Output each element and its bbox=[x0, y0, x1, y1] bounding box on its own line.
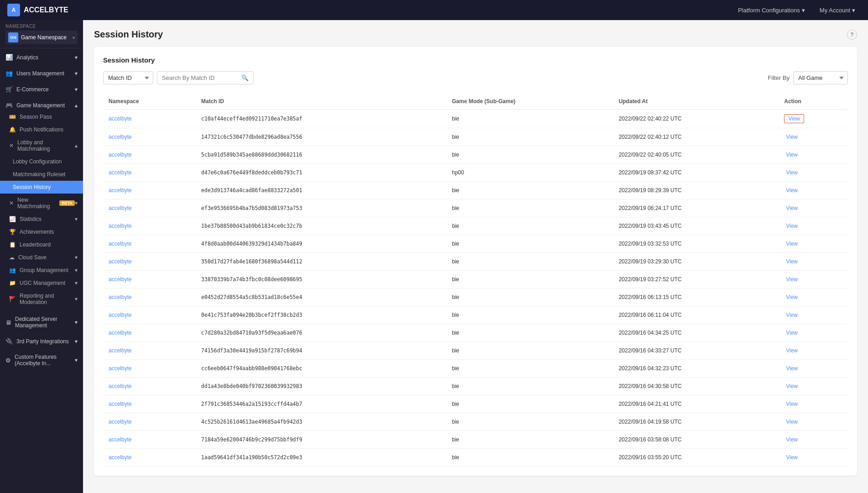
namespace-link[interactable]: accelbyte bbox=[109, 223, 132, 229]
view-button[interactable]: View bbox=[784, 114, 804, 123]
cell-game-mode: bie bbox=[447, 449, 613, 467]
namespace-link[interactable]: accelbyte bbox=[109, 365, 132, 372]
sidebar-item-leaderboard[interactable]: 📋 Leaderboard bbox=[0, 238, 83, 251]
view-button[interactable]: View bbox=[784, 453, 800, 462]
sidebar-item-users-management[interactable]: 👥 Users Management ▾ bbox=[0, 66, 83, 79]
sidebar-item-session-history[interactable]: Session History bbox=[0, 181, 83, 194]
namespace-link[interactable]: accelbyte bbox=[109, 134, 132, 140]
platform-configurations-button[interactable]: Platform Configurations ▾ bbox=[733, 4, 811, 16]
view-button[interactable]: View bbox=[784, 346, 800, 355]
search-icon: 🔍 bbox=[241, 74, 249, 81]
sidebar-item-dedicated-server[interactable]: 🖥 Dedicated Server Management ▾ bbox=[0, 312, 83, 330]
view-button[interactable]: View bbox=[784, 168, 800, 177]
search-type-select[interactable]: Match ID bbox=[103, 71, 153, 84]
view-button[interactable]: View bbox=[784, 240, 800, 248]
view-button[interactable]: View bbox=[784, 400, 800, 408]
view-button[interactable]: View bbox=[784, 133, 800, 141]
logo-icon: A bbox=[7, 4, 20, 16]
sidebar-item-group-management[interactable]: 👥 Group Management ▾ bbox=[0, 264, 83, 277]
namespace-link[interactable]: accelbyte bbox=[109, 401, 132, 407]
ecommerce-icon: 🛒 bbox=[5, 86, 13, 93]
sidebar-section-game-management: 🎮 Game Management ▴ 🎫 Season Pass 🔔 Push… bbox=[0, 96, 83, 310]
view-button[interactable]: View bbox=[784, 435, 800, 444]
sidebar-item-ugc-management[interactable]: 📁 UGC Management ▾ bbox=[0, 277, 83, 289]
sidebar-section-ecommerce: 🛒 E-Commerce ▾ bbox=[0, 80, 83, 96]
game-filter-select[interactable]: All Game bbox=[793, 71, 848, 84]
namespace-link[interactable]: accelbyte bbox=[109, 419, 132, 425]
cell-game-mode: bie bbox=[447, 217, 613, 235]
namespace-link[interactable]: accelbyte bbox=[109, 241, 132, 247]
sidebar-label-leaderboard: Leaderboard bbox=[20, 241, 51, 248]
view-button[interactable]: View bbox=[784, 204, 800, 212]
namespace-link[interactable]: accelbyte bbox=[109, 152, 132, 158]
cell-namespace: accelbyte bbox=[103, 199, 196, 217]
view-button[interactable]: View bbox=[784, 364, 800, 372]
sidebar-item-season-pass[interactable]: 🎫 Season Pass bbox=[0, 110, 83, 123]
chevron-down-icon: ▾ bbox=[73, 35, 75, 40]
namespace-link[interactable]: accelbyte bbox=[109, 169, 132, 176]
cell-action: View bbox=[779, 431, 848, 449]
view-button[interactable]: View bbox=[784, 311, 800, 319]
sidebar-item-analytics[interactable]: 📊 Analytics ▾ bbox=[0, 50, 83, 63]
namespace-link[interactable]: accelbyte bbox=[109, 187, 132, 194]
namespace-link[interactable]: accelbyte bbox=[109, 436, 132, 443]
view-button[interactable]: View bbox=[784, 257, 800, 266]
namespace-link[interactable]: accelbyte bbox=[109, 330, 132, 336]
cell-updated-at: 2022/09/19 08:29:39 UTC bbox=[613, 182, 779, 199]
sidebar-item-cloud-save[interactable]: ☁ Cloud Save ▾ bbox=[0, 251, 83, 264]
cell-updated-at: 2022/09/16 06:11:04 UTC bbox=[613, 306, 779, 324]
filter-right: Filter By All Game bbox=[768, 71, 848, 84]
cell-updated-at: 2022/09/22 02:40:22 UTC bbox=[613, 110, 779, 128]
sidebar-label-analytics: Analytics bbox=[16, 54, 38, 61]
view-button[interactable]: View bbox=[784, 186, 800, 194]
namespace-link[interactable]: accelbyte bbox=[109, 383, 132, 389]
namespace-link[interactable]: accelbyte bbox=[109, 205, 132, 211]
sidebar-item-new-matchmaking[interactable]: ✕ New Matchmaking BETA ▾ bbox=[0, 194, 83, 213]
table-row: accelbyte1be37b88500d43ab9b61834ce0c32c7… bbox=[103, 217, 848, 235]
sidebar-section-custom-features: ⚙ Custom Features (Accelbyte In... ▾ bbox=[0, 348, 83, 370]
cell-match-id: 2f791c36853446a2a15193ccffd4a4b7 bbox=[196, 395, 447, 413]
sidebar-item-game-management[interactable]: 🎮 Game Management ▴ bbox=[0, 98, 83, 110]
namespace-link[interactable]: accelbyte bbox=[109, 312, 132, 318]
namespace-link[interactable]: accelbyte bbox=[109, 294, 132, 300]
sidebar-item-matchmaking-ruleset[interactable]: Matchmaking Ruleset bbox=[0, 168, 83, 181]
namespace-link[interactable]: accelbyte bbox=[109, 115, 132, 122]
table-row: accelbyte350d17d27fab4e1680f36898a544d11… bbox=[103, 253, 848, 271]
sidebar-item-custom-features[interactable]: ⚙ Custom Features (Accelbyte In... ▾ bbox=[0, 350, 83, 368]
my-account-button[interactable]: My Account ▾ bbox=[814, 4, 861, 16]
cell-action: View bbox=[779, 199, 848, 217]
ugc-icon: 📁 bbox=[9, 280, 16, 286]
cell-match-id: 4f8d0aab00d440639329d1434b7ba849 bbox=[196, 235, 447, 253]
sidebar-item-statistics[interactable]: 📈 Statistics ▾ bbox=[0, 213, 83, 226]
view-button[interactable]: View bbox=[784, 222, 800, 230]
cloud-icon: ☁ bbox=[9, 254, 15, 261]
sidebar-item-third-party[interactable]: 🔌 3rd Party Integrations ▾ bbox=[0, 334, 83, 346]
sidebar-item-lobby-matchmaking[interactable]: ✕ Lobby and Matchmaking ▴ bbox=[0, 136, 83, 155]
sidebar-item-lobby-configuration[interactable]: Lobby Configuration bbox=[0, 155, 83, 168]
cell-game-mode: bie bbox=[447, 146, 613, 164]
cell-namespace: accelbyte bbox=[103, 306, 196, 324]
chevron-down-icon: ▾ bbox=[75, 70, 78, 77]
view-button[interactable]: View bbox=[784, 293, 800, 301]
sidebar-item-achievements[interactable]: 🏆 Achievements bbox=[0, 226, 83, 238]
sidebar-item-reporting-moderation[interactable]: 🚩 Reporting and Moderation ▾ bbox=[0, 289, 83, 309]
sidebar-section-third-party: 🔌 3rd Party Integrations ▾ bbox=[0, 332, 83, 348]
cell-game-mode: bie bbox=[447, 235, 613, 253]
table-row: accelbyteede3d913746a4cad86fae8833272a50… bbox=[103, 182, 848, 199]
namespace-link[interactable]: accelbyte bbox=[109, 347, 132, 354]
sidebar-item-push-notifications[interactable]: 🔔 Push Notifications bbox=[0, 123, 83, 136]
namespace-link[interactable]: accelbyte bbox=[109, 276, 132, 283]
namespace-link[interactable]: accelbyte bbox=[109, 454, 132, 461]
chevron-down-icon: ▾ bbox=[75, 216, 78, 222]
view-button[interactable]: View bbox=[784, 329, 800, 337]
sidebar-item-ecommerce[interactable]: 🛒 E-Commerce ▾ bbox=[0, 82, 83, 94]
namespace-selector[interactable]: GN Game Namespace ▾ bbox=[5, 31, 78, 44]
filter-row: Match ID 🔍 Filter By All Game bbox=[103, 71, 848, 84]
view-button[interactable]: View bbox=[784, 275, 800, 283]
help-icon[interactable]: ? bbox=[847, 30, 857, 40]
view-button[interactable]: View bbox=[784, 151, 800, 159]
search-input[interactable] bbox=[162, 74, 239, 81]
view-button[interactable]: View bbox=[784, 418, 800, 426]
namespace-link[interactable]: accelbyte bbox=[109, 258, 132, 265]
view-button[interactable]: View bbox=[784, 382, 800, 390]
